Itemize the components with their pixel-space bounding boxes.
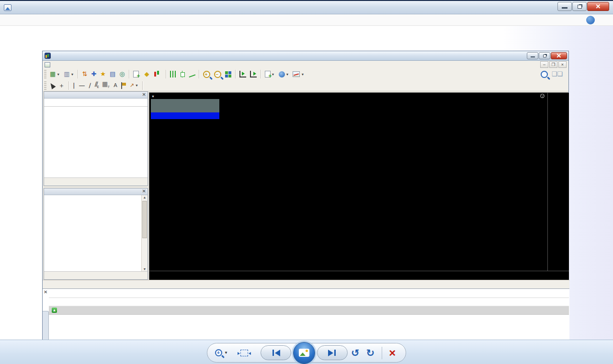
vertical-line-button[interactable]: | [71,81,77,90]
mt4-window: ✕ – ❐ × ▦▼ ▥▼ ⇅ ✚ ★ ▤ [42,51,569,364]
ea-smiley-icon [540,94,545,98]
one-click-trading-icon[interactable]: ▼ [151,95,155,98]
horizontal-line-button[interactable]: — [77,81,87,90]
time-axis[interactable] [149,271,569,280]
delete-button[interactable]: × [389,348,396,358]
market-watch-toggle[interactable]: ⇅ [80,69,89,79]
balance-icon: ▲ [52,308,57,313]
slideshow-button[interactable] [293,342,315,364]
terminal-icon: ▤ [110,70,115,78]
navigator-tree [44,195,141,271]
windows-photo-viewer: ✕ ✕ – ❐ × [0,0,613,364]
zoom-caret-icon[interactable]: ▼ [224,351,228,355]
photo-viewer-menubar [0,14,613,26]
minimize-button[interactable] [557,2,572,11]
navigator-toggle[interactable]: ★ [98,69,108,79]
terminal-toggle[interactable]: ▤ [108,69,117,79]
trendline-button[interactable]: ∕ [87,81,92,90]
mt4-restore-button[interactable] [539,52,550,59]
chart-plot[interactable]: ▼ [149,93,547,271]
metaeditor-button[interactable]: ◆ [143,69,151,79]
profiles-icon: ▥ [64,70,69,78]
fit-to-window-icon[interactable] [240,350,248,356]
market-watch-tabs [44,177,148,186]
navigator-scrollbar[interactable]: ▲ ▼ [141,195,148,271]
toolbar-handle[interactable] [44,81,46,90]
zoom-icon: + [215,349,222,356]
chart-shift-button[interactable] [248,69,259,79]
navigator-title: ✕ [44,188,148,195]
strategy-tester-toggle[interactable]: ◎ [117,69,126,79]
candlestick-button[interactable] [178,69,186,79]
mdi-restore-button[interactable]: ❐ [549,61,557,68]
templates-button[interactable]: ▼ [291,69,306,79]
bar-chart-icon [170,71,176,77]
strategy-tester-icon: ◎ [119,70,125,78]
periods-button[interactable]: ▼ [277,69,291,79]
help-icon[interactable] [586,16,595,24]
label-icon [121,82,126,89]
rotate-ccw-button[interactable]: ↺ [351,348,360,358]
market-watch-header [44,99,148,107]
mdi-close-button[interactable]: × [558,61,567,68]
fibonacci-button[interactable]: ▦F [100,81,112,90]
mdi-minimize-button[interactable]: – [540,61,548,68]
text-label-button[interactable] [119,81,128,90]
mt4-close-button[interactable]: ✕ [551,52,567,59]
chart-window-icon [45,62,50,67]
bar-chart-button[interactable] [168,69,178,79]
text-button[interactable]: A [112,81,119,90]
ea-info-overlay [151,99,219,119]
ea-name-badge [538,94,545,98]
terminal-close-icon[interactable]: ✕ [44,289,47,295]
indicators-button[interactable]: ▼ [263,69,277,79]
mt4-minimize-button[interactable] [527,52,538,59]
channel-button[interactable]: ∕∕E [93,81,100,90]
orders-table: ▲ [49,290,569,315]
photo-viewer-titlebar: ✕ [0,1,613,14]
photo-viewer-controls-bar: + ▼ ↺ ↻ × [0,340,613,364]
tile-windows-button[interactable] [223,69,233,79]
search-button[interactable] [539,69,550,79]
cursor-button[interactable] [48,81,57,90]
next-button[interactable] [317,345,348,360]
metaeditor-icon: ◆ [145,70,149,78]
chart-ohlc-header: ▼ [151,94,156,99]
zoom-out-button[interactable]: − [212,69,223,79]
chat-button[interactable]: ❑❏ [550,69,565,79]
zoom-out-icon: − [214,71,221,78]
new-chart-button[interactable]: ▦▼ [48,69,62,79]
autotrading-button[interactable] [151,69,164,79]
new-order-button[interactable] [131,69,143,79]
close-button[interactable]: ✕ [587,2,609,11]
zoom-in-button[interactable]: + [201,69,212,79]
line-chart-button[interactable] [186,69,197,79]
candlestick-icon [180,71,184,77]
arrows-button[interactable]: ↗▼ [128,81,140,90]
slideshow-icon [299,349,309,357]
chart-shift-icon [250,71,257,77]
order-row[interactable] [49,298,569,306]
search-icon [541,71,548,78]
crosshair-button[interactable]: ＋ [57,81,67,90]
zoom-in-icon: + [203,71,210,78]
mt4-titlebar: ✕ [43,51,568,61]
market-watch-title: ✕ [44,92,148,99]
data-window-toggle[interactable]: ✚ [89,69,98,79]
rotate-cw-button[interactable]: ↻ [366,348,375,358]
zoom-button[interactable]: + ▼ [215,349,228,356]
profiles-button[interactable]: ▥▼ [62,69,76,79]
restore-button[interactable] [572,2,587,11]
chart-window: ▼ [149,92,568,280]
new-chart-icon: ▦ [50,70,56,78]
previous-button[interactable] [261,345,291,360]
line-chart-icon [187,71,195,77]
price-axis[interactable] [547,93,569,271]
auto-scroll-button[interactable] [238,69,248,79]
navigator-tabs [44,271,148,279]
toolbar-handle[interactable] [44,70,46,78]
scrollbar-thumb[interactable] [142,201,147,238]
navigator-close-icon[interactable]: ✕ [142,188,146,194]
photo-viewer-icon [4,4,11,11]
market-watch-close-icon[interactable]: ✕ [142,92,146,97]
